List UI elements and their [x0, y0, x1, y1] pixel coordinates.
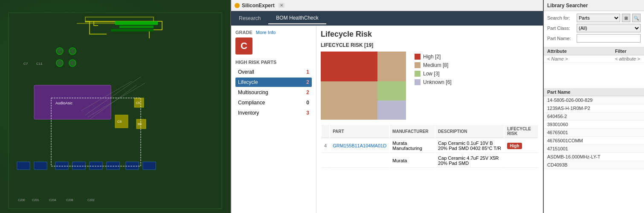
legend-low: Low [3]: [415, 71, 452, 77]
svg-text:C7: C7: [23, 62, 28, 66]
risk-lifecycle-label: Lifecycle: [238, 79, 306, 85]
risk-item-multisourcing[interactable]: Multisourcing 2: [235, 88, 312, 97]
risk-item-inventory[interactable]: Inventory 3: [235, 108, 312, 118]
search-icon-btn[interactable]: ⊞: [622, 14, 630, 22]
chart-area: High [2] Medium [8] Low [3] Unknown [6]: [321, 52, 539, 120]
list-item[interactable]: CD4093B: [544, 161, 644, 169]
pcb-canvas: C7 C11 AudioAsic C6 C9 R9 C200 C201 C204: [0, 0, 230, 213]
risk-inventory-count: 3: [306, 110, 309, 116]
part-name-6: 47151001: [547, 146, 568, 151]
list-item[interactable]: ASDMB-16.000MHz-LY-T: [544, 153, 644, 161]
row1-risk: High: [505, 139, 538, 153]
svg-point-2: [56, 48, 63, 55]
col-num: [322, 125, 329, 138]
row2-manufacturer: Murata: [390, 154, 435, 168]
search-for-select[interactable]: Parts: [577, 14, 620, 22]
table-row: Murata Cap Ceramic 4.7uF 25V X5R 20% Pad…: [322, 154, 538, 168]
svg-rect-19: [73, 162, 85, 170]
attr-filter-cell: < attribute >: [615, 56, 641, 61]
attr-name-cell: < Name >: [547, 56, 615, 61]
svg-point-4: [56, 60, 63, 66]
attr-empty-space: [544, 63, 644, 88]
search-for-row: Search for: Parts ⊞ 🔍: [547, 14, 641, 22]
part-name-8: CD4093B: [547, 162, 568, 167]
library-searcher-panel: Library Searcher Search for: Parts ⊞ 🔍 P…: [544, 0, 644, 213]
svg-point-3: [69, 48, 76, 55]
search-go-btn[interactable]: 🔍: [632, 14, 641, 22]
se-nav-bom[interactable]: BOM HealthCheck: [268, 12, 326, 24]
more-info-link[interactable]: More Info: [256, 30, 276, 35]
se-nav-research[interactable]: Research: [231, 13, 268, 24]
legend-unknown-color: [415, 79, 421, 85]
se-left-panel: GRADE More Info C HIGH RISK PARTS Overal…: [231, 26, 316, 213]
attribute-table-header: Attribute Filter: [544, 47, 644, 55]
se-close-btn[interactable]: ✕: [278, 3, 284, 8]
svg-rect-22: [126, 162, 139, 170]
part-class-select[interactable]: (All): [577, 24, 641, 32]
risk-item-overall[interactable]: Overall 1: [235, 67, 312, 77]
high-risk-title: HIGH RISK PARTS: [235, 60, 312, 65]
svg-rect-18: [55, 162, 68, 170]
lib-title: Library Searcher: [547, 3, 588, 9]
grade-label: GRADE: [235, 30, 252, 35]
lifecycle-risk-header: LIFECYCLE RISK [19]: [321, 42, 539, 48]
svg-text:C9: C9: [136, 101, 140, 104]
risk-item-lifecycle[interactable]: Lifecycle 2: [235, 78, 312, 87]
svg-rect-35: [119, 26, 154, 28]
part-name-2: 640456-2: [547, 114, 567, 119]
se-content: GRADE More Info C HIGH RISK PARTS Overal…: [231, 26, 543, 213]
list-item[interactable]: 14-5805-026-000-829: [544, 96, 644, 104]
se-nav: Research BOM HealthCheck: [231, 11, 543, 26]
row1-part[interactable]: GRM155B11A104MA01D: [330, 139, 389, 153]
part-name-row: Part Name:: [547, 34, 641, 43]
svg-text:C6: C6: [117, 120, 122, 124]
legend-high-label: High [2]: [423, 54, 441, 60]
svg-text:C204: C204: [49, 199, 56, 201]
part-names-list: 14-5805-026-000-829 1239AS-H-1R0M-P2 640…: [544, 96, 644, 169]
attribute-col-header: Attribute: [547, 49, 615, 54]
list-item[interactable]: 46765001: [544, 129, 644, 137]
treemap-low: [377, 81, 406, 101]
row1-num: 4: [322, 139, 329, 153]
pcb-panel: Partial_Routeda.pdes* ✕ C7 C11 AudioAsic: [0, 0, 230, 213]
part-name-0: 14-5805-026-000-829: [547, 98, 592, 103]
legend-unknown: Unknown [6]: [415, 79, 452, 85]
row1-description: Cap Ceramic 0.1uF 10V B 20% Pad SMD 0402…: [435, 139, 504, 153]
legend-unknown-label: Unknown [6]: [423, 79, 452, 85]
search-for-label: Search for:: [547, 15, 575, 20]
row2-part[interactable]: [330, 154, 389, 168]
svg-text:AudioAsic: AudioAsic: [55, 101, 73, 105]
se-header: SiliconExpert ✕: [231, 0, 543, 11]
svg-rect-36: [111, 29, 154, 32]
list-item[interactable]: 1239AS-H-1R0M-P2: [544, 104, 644, 112]
legend-medium-color: [415, 62, 421, 68]
svg-rect-17: [34, 162, 47, 170]
list-item[interactable]: 46765001COMM: [544, 137, 644, 145]
list-item[interactable]: 640456-2: [544, 112, 644, 121]
part-name-col-header: Part Name: [544, 88, 644, 96]
legend-high: High [2]: [415, 54, 452, 60]
treemap-medium-top: [377, 52, 406, 81]
grade-box: C: [235, 37, 252, 55]
part-name-4: 46765001: [547, 130, 568, 135]
pcb-traces-svg: C7 C11 AudioAsic C6 C9 R9 C200 C201 C204: [0, 0, 230, 213]
silicon-expert-panel: SiliconExpert ✕ Research BOM HealthCheck…: [230, 0, 544, 213]
svg-rect-23: [143, 162, 156, 170]
risk-inventory-label: Inventory: [238, 110, 306, 116]
high-badge: High: [507, 143, 522, 149]
risk-compliance-count: 0: [306, 100, 309, 106]
legend-medium: Medium [8]: [415, 62, 452, 68]
lifecycle-title: Lifecycle Risk: [321, 30, 539, 39]
part-name-5: 46765001COMM: [547, 138, 583, 143]
part-class-label: Part Class:: [547, 26, 575, 31]
part-name-input[interactable]: [577, 34, 641, 43]
col-risk: LIFECYCLE RISK: [505, 125, 538, 138]
risk-item-compliance[interactable]: Compliance 0: [235, 98, 312, 107]
list-item[interactable]: 47151001: [544, 145, 644, 153]
list-item[interactable]: 39301060: [544, 121, 644, 129]
treemap-medium: [321, 81, 377, 120]
lib-form: Search for: Parts ⊞ 🔍 Part Class: (All) …: [544, 11, 644, 47]
se-title: SiliconExpert: [242, 3, 275, 9]
legend: High [2] Medium [8] Low [3] Unknown [6]: [415, 52, 452, 85]
legend-low-color: [415, 71, 421, 77]
